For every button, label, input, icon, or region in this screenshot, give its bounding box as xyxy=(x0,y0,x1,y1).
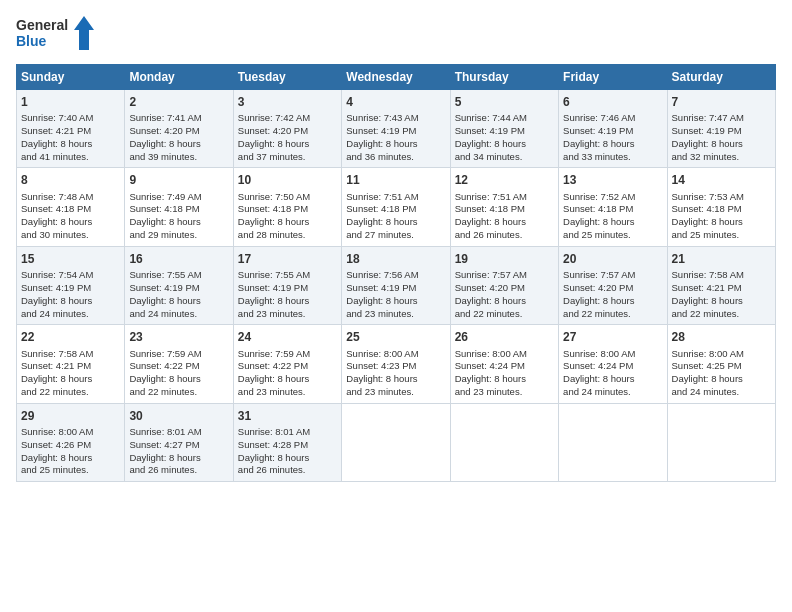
cell-line: and 33 minutes. xyxy=(563,151,662,164)
cell-line: and 25 minutes. xyxy=(563,229,662,242)
day-number: 11 xyxy=(346,172,445,188)
cell-line: and 24 minutes. xyxy=(672,386,771,399)
cell-line: and 22 minutes. xyxy=(672,308,771,321)
calendar-cell: 10Sunrise: 7:50 AMSunset: 4:18 PMDayligh… xyxy=(233,168,341,246)
cell-line: Sunset: 4:24 PM xyxy=(563,360,662,373)
cell-line: and 26 minutes. xyxy=(238,464,337,477)
cell-line: Sunrise: 7:59 AM xyxy=(238,348,337,361)
calendar-cell xyxy=(667,403,775,481)
day-number: 23 xyxy=(129,329,228,345)
day-number: 4 xyxy=(346,94,445,110)
cell-line: Daylight: 8 hours xyxy=(21,295,120,308)
cell-line: Sunset: 4:19 PM xyxy=(672,125,771,138)
week-row-3: 15Sunrise: 7:54 AMSunset: 4:19 PMDayligh… xyxy=(17,246,776,324)
cell-line: Sunrise: 7:55 AM xyxy=(129,269,228,282)
cell-line: Daylight: 8 hours xyxy=(238,216,337,229)
cell-line: Sunset: 4:19 PM xyxy=(563,125,662,138)
day-number: 9 xyxy=(129,172,228,188)
cell-line: Sunrise: 8:01 AM xyxy=(238,426,337,439)
cell-line: Daylight: 8 hours xyxy=(21,452,120,465)
calendar-cell: 12Sunrise: 7:51 AMSunset: 4:18 PMDayligh… xyxy=(450,168,558,246)
calendar-cell: 9Sunrise: 7:49 AMSunset: 4:18 PMDaylight… xyxy=(125,168,233,246)
day-number: 19 xyxy=(455,251,554,267)
calendar-table: SundayMondayTuesdayWednesdayThursdayFrid… xyxy=(16,64,776,482)
cell-line: and 29 minutes. xyxy=(129,229,228,242)
cell-line: Sunrise: 7:58 AM xyxy=(21,348,120,361)
day-number: 29 xyxy=(21,408,120,424)
cell-line: Sunrise: 7:57 AM xyxy=(563,269,662,282)
cell-line: Daylight: 8 hours xyxy=(455,138,554,151)
cell-line: Sunrise: 7:48 AM xyxy=(21,191,120,204)
cell-line: and 28 minutes. xyxy=(238,229,337,242)
cell-line: and 24 minutes. xyxy=(21,308,120,321)
cell-line: and 23 minutes. xyxy=(238,386,337,399)
cell-line: Daylight: 8 hours xyxy=(21,138,120,151)
cell-line: Sunrise: 8:00 AM xyxy=(563,348,662,361)
calendar-cell: 22Sunrise: 7:58 AMSunset: 4:21 PMDayligh… xyxy=(17,325,125,403)
cell-line: Sunset: 4:18 PM xyxy=(129,203,228,216)
cell-line: Sunset: 4:18 PM xyxy=(238,203,337,216)
cell-line: Sunset: 4:27 PM xyxy=(129,439,228,452)
cell-line: Sunrise: 7:56 AM xyxy=(346,269,445,282)
calendar-cell: 18Sunrise: 7:56 AMSunset: 4:19 PMDayligh… xyxy=(342,246,450,324)
cell-line: Sunrise: 7:53 AM xyxy=(672,191,771,204)
cell-line: Sunset: 4:20 PM xyxy=(455,282,554,295)
svg-text:General: General xyxy=(16,17,68,33)
calendar-cell xyxy=(450,403,558,481)
cell-line: and 32 minutes. xyxy=(672,151,771,164)
cell-line: and 24 minutes. xyxy=(129,308,228,321)
page-header: General Blue xyxy=(16,14,776,54)
cell-line: and 23 minutes. xyxy=(238,308,337,321)
cell-line: Sunset: 4:28 PM xyxy=(238,439,337,452)
cell-line: Daylight: 8 hours xyxy=(455,216,554,229)
cell-line: Sunrise: 7:52 AM xyxy=(563,191,662,204)
calendar-cell: 17Sunrise: 7:55 AMSunset: 4:19 PMDayligh… xyxy=(233,246,341,324)
week-row-4: 22Sunrise: 7:58 AMSunset: 4:21 PMDayligh… xyxy=(17,325,776,403)
day-number: 18 xyxy=(346,251,445,267)
cell-line: Sunset: 4:21 PM xyxy=(21,360,120,373)
cell-line: Sunrise: 7:40 AM xyxy=(21,112,120,125)
cell-line: and 26 minutes. xyxy=(129,464,228,477)
calendar-cell: 20Sunrise: 7:57 AMSunset: 4:20 PMDayligh… xyxy=(559,246,667,324)
cell-line: Daylight: 8 hours xyxy=(455,373,554,386)
week-row-5: 29Sunrise: 8:00 AMSunset: 4:26 PMDayligh… xyxy=(17,403,776,481)
cell-line: and 23 minutes. xyxy=(455,386,554,399)
day-number: 17 xyxy=(238,251,337,267)
cell-line: Daylight: 8 hours xyxy=(129,373,228,386)
calendar-cell xyxy=(559,403,667,481)
cell-line: Sunset: 4:19 PM xyxy=(129,282,228,295)
cell-line: Sunset: 4:25 PM xyxy=(672,360,771,373)
calendar-cell: 29Sunrise: 8:00 AMSunset: 4:26 PMDayligh… xyxy=(17,403,125,481)
cell-line: and 23 minutes. xyxy=(346,308,445,321)
header-cell-wednesday: Wednesday xyxy=(342,65,450,90)
cell-line: Sunset: 4:19 PM xyxy=(238,282,337,295)
calendar-cell: 6Sunrise: 7:46 AMSunset: 4:19 PMDaylight… xyxy=(559,90,667,168)
calendar-cell: 27Sunrise: 8:00 AMSunset: 4:24 PMDayligh… xyxy=(559,325,667,403)
cell-line: Sunset: 4:21 PM xyxy=(672,282,771,295)
cell-line: Daylight: 8 hours xyxy=(129,216,228,229)
cell-line: and 22 minutes. xyxy=(129,386,228,399)
cell-line: Sunset: 4:24 PM xyxy=(455,360,554,373)
calendar-cell: 2Sunrise: 7:41 AMSunset: 4:20 PMDaylight… xyxy=(125,90,233,168)
cell-line: Sunrise: 7:41 AM xyxy=(129,112,228,125)
calendar-cell: 16Sunrise: 7:55 AMSunset: 4:19 PMDayligh… xyxy=(125,246,233,324)
cell-line: Daylight: 8 hours xyxy=(238,452,337,465)
day-number: 30 xyxy=(129,408,228,424)
cell-line: Daylight: 8 hours xyxy=(238,295,337,308)
day-number: 13 xyxy=(563,172,662,188)
cell-line: Sunset: 4:22 PM xyxy=(238,360,337,373)
cell-line: Sunrise: 7:44 AM xyxy=(455,112,554,125)
cell-line: Sunrise: 7:47 AM xyxy=(672,112,771,125)
calendar-cell: 15Sunrise: 7:54 AMSunset: 4:19 PMDayligh… xyxy=(17,246,125,324)
calendar-cell: 19Sunrise: 7:57 AMSunset: 4:20 PMDayligh… xyxy=(450,246,558,324)
cell-line: Sunrise: 7:42 AM xyxy=(238,112,337,125)
cell-line: and 34 minutes. xyxy=(455,151,554,164)
calendar-cell: 23Sunrise: 7:59 AMSunset: 4:22 PMDayligh… xyxy=(125,325,233,403)
calendar-cell xyxy=(342,403,450,481)
cell-line: Daylight: 8 hours xyxy=(129,138,228,151)
cell-line: Sunset: 4:19 PM xyxy=(21,282,120,295)
calendar-cell: 3Sunrise: 7:42 AMSunset: 4:20 PMDaylight… xyxy=(233,90,341,168)
cell-line: Daylight: 8 hours xyxy=(672,295,771,308)
logo-svg: General Blue xyxy=(16,14,96,54)
day-number: 3 xyxy=(238,94,337,110)
